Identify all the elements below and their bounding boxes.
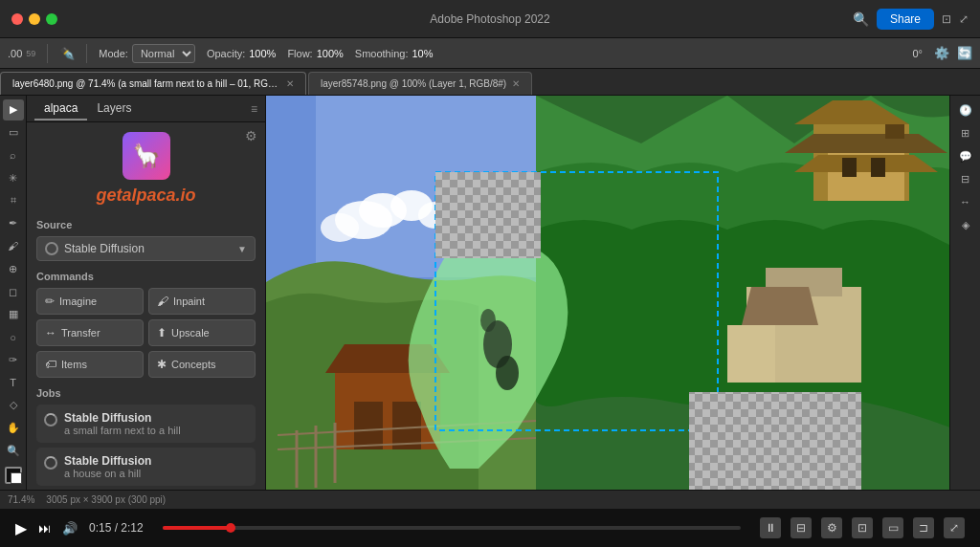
canvas-area[interactable] (266, 96, 949, 490)
cmd-inpaint[interactable]: 🖌 Inpaint (148, 288, 256, 315)
canvas-image (266, 96, 949, 490)
maximize-button[interactable] (46, 13, 57, 25)
opacity-label: Opacity: (207, 48, 245, 59)
job-item-0: Stable Diffusion a small farm next to a … (36, 405, 256, 443)
cmd-imagine-label: Imagine (59, 295, 97, 307)
cmd-imagine[interactable]: ✏ Imagine (36, 288, 144, 315)
smoothing-value[interactable]: 10% (412, 48, 433, 59)
rotate-icon[interactable]: 🔄 (957, 46, 972, 60)
mode-label: Mode: (99, 48, 128, 59)
source-label: Source (36, 219, 256, 230)
right-panel-history[interactable]: 🕐 (955, 99, 976, 120)
tool-shape[interactable]: ◇ (3, 395, 24, 416)
search-icon[interactable]: 🔍 (853, 11, 869, 27)
job-description-1: a house on a hill (64, 468, 151, 479)
svg-rect-35 (392, 402, 421, 449)
right-panel-properties[interactable]: ⊟ (955, 168, 976, 189)
doc-tab-close-1[interactable]: ✕ (512, 78, 520, 89)
cmd-transfer[interactable]: ↔ Transfer (36, 319, 144, 346)
window-icon[interactable]: ⊡ (942, 12, 951, 26)
tool-clone[interactable]: ⊕ (3, 258, 24, 279)
skip-forward-button[interactable]: ⏭ (38, 521, 51, 536)
svg-rect-34 (354, 402, 383, 449)
main-area: ▶ ▭ ⌕ ✳ ⌗ ✒ 🖌 ⊕ ◻ ▦ ○ ✑ T ◇ ✋ 🔍 alpaca L… (0, 96, 980, 490)
right-video-controls: ⏸ ⊟ ⚙ ⊡ ▭ ⊐ ⤢ (760, 517, 965, 538)
right-panel-grid[interactable]: ⊞ (955, 122, 976, 143)
commands-grid: ✏ Imagine 🖌 Inpaint ↔ Transfer ⬆ Upscale… (36, 288, 256, 378)
theater-icon[interactable]: ▭ (882, 517, 903, 538)
right-panel-3d[interactable]: ◈ (955, 214, 976, 235)
volume-button[interactable]: 🔊 (62, 521, 78, 536)
fullscreen-icon[interactable]: ⤢ (944, 517, 965, 538)
svg-rect-25 (842, 158, 857, 177)
tool-gradient[interactable]: ▦ (3, 304, 24, 325)
job-info-1: Stable Diffusion a house on a hill (64, 454, 151, 479)
opacity-value[interactable]: 100% (249, 48, 276, 59)
tool-text[interactable]: T (3, 372, 24, 393)
tool-hand[interactable]: ✋ (3, 418, 24, 439)
doc-tab-0[interactable]: layer6480.png @ 71.4% (a small farm next… (0, 72, 306, 95)
doc-tab-label-1: layer85748.png @ 100% (Layer 1, RGB/8#) (321, 78, 506, 89)
tool-dodge[interactable]: ○ (3, 327, 24, 348)
tool-pen[interactable]: ✑ (3, 349, 24, 370)
svg-point-42 (496, 356, 519, 390)
tool-eraser[interactable]: ◻ (3, 281, 24, 302)
captions-icon[interactable]: ⊟ (791, 517, 812, 538)
angle-value: 0° (912, 48, 923, 59)
tab-alpaca[interactable]: alpaca (34, 98, 87, 120)
extras-icon[interactable]: ⚙️ (934, 46, 949, 60)
panel-tabs: alpaca Layers ≡ (27, 96, 265, 122)
right-panel-adjustments[interactable]: ↔ (955, 191, 976, 212)
window-controls[interactable] (11, 13, 57, 25)
tool-eyedropper[interactable]: ✒ (3, 213, 24, 234)
job-item-1: Stable Diffusion a house on a hill (36, 448, 256, 486)
tool-zoom[interactable]: 🔍 (3, 440, 24, 461)
commands-label: Commands (36, 271, 256, 282)
minimize-button[interactable] (29, 13, 40, 25)
tool-select-rect[interactable]: ▭ (3, 122, 24, 143)
tool-brush[interactable]: 🖌 (3, 236, 24, 257)
tool-lasso[interactable]: ⌕ (3, 145, 24, 166)
mode-select[interactable]: Normal (132, 44, 195, 63)
job-description-0: a small farm next to a hill (64, 425, 181, 436)
miniplayer-icon[interactable]: ⊡ (852, 517, 873, 538)
status-bar: 71.4% 3005 px × 3900 px (300 ppi) (0, 490, 980, 509)
zoom-level: 71.4% (8, 494, 34, 505)
doc-tab-1[interactable]: layer85748.png @ 100% (Layer 1, RGB/8#) … (308, 72, 532, 95)
tab-layers[interactable]: Layers (87, 98, 141, 120)
svg-marker-23 (785, 134, 947, 153)
pause-icon[interactable]: ⏸ (760, 517, 781, 538)
doc-tab-close-0[interactable]: ✕ (286, 78, 294, 89)
tool-move[interactable]: ▶ (3, 99, 24, 120)
close-button[interactable] (11, 13, 23, 25)
panel-content: ⚙ 🦙 getalpaca.io Source Stable Diffusion… (27, 122, 265, 490)
source-dropdown[interactable]: Stable Diffusion ▼ (36, 236, 256, 261)
svg-marker-24 (794, 155, 938, 172)
cmd-items[interactable]: 🏷 Items (36, 351, 144, 378)
svg-rect-26 (871, 158, 885, 177)
flow-control: Flow: 100% (287, 48, 343, 59)
brush-icon-area: ✒️ (59, 46, 75, 60)
cmd-concepts[interactable]: ✱ Concepts (148, 351, 256, 378)
background-color[interactable] (11, 472, 22, 484)
share-button[interactable]: Share (877, 9, 934, 30)
time-display: 0:15 / 2:12 (89, 521, 144, 535)
tool-crop[interactable]: ⌗ (3, 190, 24, 211)
tool-magic-wand[interactable]: ✳ (3, 167, 24, 188)
smoothing-label: Smoothing: (355, 48, 409, 59)
progress-bar[interactable] (163, 526, 741, 530)
fullscreen-icon[interactable]: ⤢ (959, 12, 969, 26)
cast-icon[interactable]: ⊐ (913, 517, 934, 538)
foreground-color[interactable] (5, 467, 22, 484)
flow-value[interactable]: 100% (317, 48, 344, 59)
settings-gear-icon[interactable]: ⚙ (245, 128, 257, 143)
alpaca-panel: alpaca Layers ≡ ⚙ 🦙 getalpaca.io Source … (27, 96, 266, 490)
cmd-concepts-label: Concepts (171, 359, 215, 370)
panel-collapse-icon[interactable]: ≡ (251, 102, 257, 116)
settings-icon[interactable]: ⚙ (821, 517, 842, 538)
right-panel-comments[interactable]: 💬 (955, 145, 976, 166)
play-button[interactable]: ▶ (15, 519, 27, 537)
progress-dot (226, 523, 235, 533)
svg-rect-27 (885, 124, 904, 139)
cmd-upscale[interactable]: ⬆ Upscale (148, 319, 256, 346)
